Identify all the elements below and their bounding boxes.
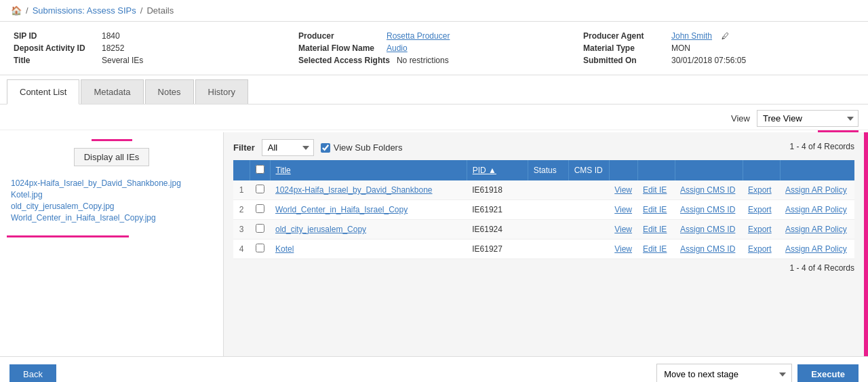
row-4-export[interactable]: Export — [748, 244, 772, 254]
row-pid-1: IE61918 — [467, 180, 528, 200]
table-row: 3 old_city_jerusalem_Copy IE61924 View E… — [233, 220, 854, 240]
row-2-assign-ar[interactable]: Assign AR Policy — [785, 205, 847, 214]
display-all-btn[interactable]: Display all IEs — [74, 148, 150, 166]
tab-content-list[interactable]: Content List — [7, 79, 79, 104]
pid-sort-link[interactable]: PID ▲ — [473, 166, 496, 175]
filter-select[interactable]: All Images Audio Video — [262, 139, 314, 156]
row-check-3[interactable] — [250, 220, 270, 240]
row-pid-3: IE61924 — [467, 220, 528, 240]
producer-label: Producer — [298, 31, 380, 41]
bottom-bar: Back Move to next stage Approve Reject E… — [0, 356, 868, 382]
row-title-4[interactable]: Kotel — [270, 240, 467, 259]
row-1-assign-cms[interactable]: Assign CMS ID — [680, 185, 735, 195]
row-3-assign-cms[interactable]: Assign CMS ID — [680, 225, 735, 234]
file-list: 1024px-Haifa_Israel_by_David_Shankbone.j… — [7, 173, 216, 230]
row-status-2 — [528, 200, 568, 220]
back-button[interactable]: Back — [9, 364, 56, 382]
row-3-assign-ar[interactable]: Assign AR Policy — [785, 225, 847, 234]
edit-icon[interactable]: 🖊 — [722, 32, 729, 40]
row-2-view[interactable]: View — [614, 205, 632, 214]
row-2-edit[interactable]: Edit IE — [643, 205, 667, 214]
row-1-assign-ar[interactable]: Assign AR Policy — [785, 185, 847, 195]
view-sub-folders-label[interactable]: View Sub Folders — [321, 142, 403, 153]
table-row: 2 World_Center_in_Haifa_Israel_Copy IE61… — [233, 200, 854, 220]
file-item-0[interactable]: 1024px-Haifa_Israel_by_David_Shankbone.j… — [11, 178, 212, 188]
row-1-export[interactable]: Export — [748, 185, 772, 195]
row-3-checkbox[interactable] — [256, 224, 264, 233]
view-select[interactable]: Tree View Flat View — [757, 110, 859, 127]
info-col-right: Producer Agent John Smith 🖊 Material Typ… — [583, 31, 854, 68]
row-cms-4 — [568, 240, 609, 259]
row-check-2[interactable] — [250, 200, 270, 220]
row-1-checkbox[interactable] — [256, 185, 264, 193]
file-item-2[interactable]: old_city_jerusalem_Copy.jpg — [11, 202, 212, 211]
col-pid[interactable]: PID ▲ — [467, 160, 528, 180]
row-1-title-link[interactable]: 1024px-Haifa_Israel_by_David_Shankbone — [275, 185, 433, 195]
row-3-export[interactable]: Export — [748, 225, 772, 234]
row-num-2: 2 — [233, 200, 250, 220]
row-pid-2: IE61921 — [467, 200, 528, 220]
row-3-title-link[interactable]: old_city_jerusalem_Copy — [275, 225, 366, 234]
material-flow-value[interactable]: Audio — [387, 43, 408, 53]
info-col-middle: Producer Rosetta Producer Material Flow … — [298, 31, 570, 68]
main-container: SIP ID 1840 Deposit Activity ID 18252 Ti… — [0, 22, 868, 382]
left-panel: Display all IEs 1024px-Haifa_Israel_by_D… — [0, 132, 224, 356]
file-item-1[interactable]: Kotel.jpg — [11, 190, 212, 199]
material-flow-label: Material Flow Name — [298, 43, 380, 53]
breadcrumb-details: Details — [146, 5, 174, 16]
row-num-3: 3 — [233, 220, 250, 240]
producer-value[interactable]: Rosetta Producer — [387, 31, 450, 41]
row-2-assign-cms[interactable]: Assign CMS ID — [680, 205, 735, 214]
page-wrapper: 🏠 / Submissions: Assess SIPs / Details S… — [0, 0, 868, 382]
row-title-3[interactable]: old_city_jerusalem_Copy — [270, 220, 467, 240]
tab-notes[interactable]: Notes — [145, 79, 194, 104]
row-2-checkbox[interactable] — [256, 204, 264, 213]
table-row: 1 1024px-Haifa_Israel_by_David_Shankbone… — [233, 180, 854, 200]
view-sub-folders-checkbox[interactable] — [321, 143, 330, 153]
deposit-activity-label: Deposit Activity ID — [14, 43, 95, 53]
row-4-assign-cms[interactable]: Assign CMS ID — [680, 244, 735, 254]
home-icon[interactable]: 🏠 — [11, 5, 22, 16]
row-2-title-link[interactable]: World_Center_in_Haifa_Israel_Copy — [275, 205, 408, 214]
col-cms-id: CMS ID — [568, 160, 609, 180]
producer-agent-value[interactable]: John Smith — [671, 31, 712, 41]
view-label: View — [731, 113, 750, 123]
title-label: Title — [14, 56, 95, 65]
tabs-bar: Content List Metadata Notes History — [0, 75, 868, 104]
tab-history[interactable]: History — [195, 79, 248, 104]
row-num-4: 4 — [233, 240, 250, 259]
title-sort-link[interactable]: Title — [276, 166, 291, 175]
file-item-3[interactable]: World_Center_in_Haifa_Israel_Copy.jpg — [11, 213, 212, 223]
view-top-row: View Tree View Flat View — [0, 104, 868, 130]
row-check-1[interactable] — [250, 180, 270, 200]
row-num-1: 1 — [233, 180, 250, 200]
row-4-edit[interactable]: Edit IE — [643, 244, 667, 254]
row-cms-3 — [568, 220, 609, 240]
row-status-3 — [528, 220, 568, 240]
stage-select[interactable]: Move to next stage Approve Reject — [656, 364, 792, 382]
col-title[interactable]: Title — [270, 160, 467, 180]
row-title-1[interactable]: 1024px-Haifa_Israel_by_David_Shankbone — [270, 180, 467, 200]
row-4-view[interactable]: View — [614, 244, 632, 254]
submitted-on-label: Submitted On — [583, 56, 665, 65]
row-title-2[interactable]: World_Center_in_Haifa_Israel_Copy — [270, 200, 467, 220]
select-all-checkbox[interactable] — [256, 165, 264, 174]
row-2-export[interactable]: Export — [748, 205, 772, 214]
row-1-view[interactable]: View — [614, 185, 632, 195]
material-type-value: MON — [671, 43, 690, 53]
row-4-assign-ar[interactable]: Assign AR Policy — [785, 244, 847, 254]
row-check-4[interactable] — [250, 240, 270, 259]
row-4-checkbox[interactable] — [256, 244, 264, 252]
row-3-view[interactable]: View — [614, 225, 632, 234]
row-4-title-link[interactable]: Kotel — [275, 244, 294, 254]
execute-button[interactable]: Execute — [797, 364, 859, 382]
sip-id-value: 1840 — [102, 31, 120, 41]
breadcrumb-submissions[interactable]: Submissions: Assess SIPs — [33, 5, 136, 16]
row-1-edit[interactable]: Edit IE — [643, 185, 667, 195]
row-3-edit[interactable]: Edit IE — [643, 225, 667, 234]
col-check[interactable] — [250, 160, 270, 180]
right-scroll-accent — [864, 132, 868, 356]
row-status-4 — [528, 240, 568, 259]
row-status-1 — [528, 180, 568, 200]
tab-metadata[interactable]: Metadata — [81, 79, 143, 104]
